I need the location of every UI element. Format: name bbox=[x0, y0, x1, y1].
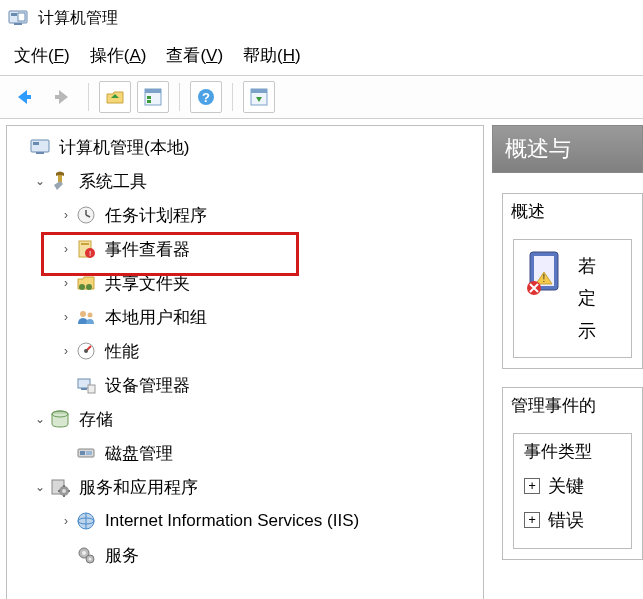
overview-group: 概述 ! 若 定 示 bbox=[502, 193, 643, 369]
services-apps-icon bbox=[49, 476, 71, 498]
tree-shared-folders[interactable]: › 共享文件夹 bbox=[7, 266, 483, 300]
svg-rect-15 bbox=[33, 142, 39, 145]
toolbar-separator bbox=[232, 83, 233, 111]
toolbar-separator bbox=[179, 83, 180, 111]
tools-icon bbox=[49, 170, 71, 192]
client-area: ▶ 计算机管理(本地) ⌄ 系统工具 › 任务计划程序 bbox=[0, 119, 643, 599]
tree-label: 事件查看器 bbox=[105, 238, 190, 261]
tree-label: 服务和应用程序 bbox=[79, 476, 198, 499]
svg-point-41 bbox=[62, 489, 66, 493]
tree-performance[interactable]: › 性能 bbox=[7, 334, 483, 368]
clock-icon bbox=[75, 204, 97, 226]
svg-rect-45 bbox=[68, 490, 70, 492]
twisty-icon[interactable]: › bbox=[57, 276, 75, 290]
svg-rect-44 bbox=[58, 490, 60, 492]
twisty-icon[interactable]: ⌄ bbox=[31, 174, 49, 188]
svg-rect-43 bbox=[63, 495, 65, 497]
twisty-icon[interactable]: ⌄ bbox=[31, 412, 49, 426]
tree-services[interactable]: › 服务 bbox=[7, 538, 483, 572]
twisty-icon[interactable]: ⌄ bbox=[31, 480, 49, 494]
disk-mgmt-icon bbox=[75, 442, 97, 464]
manage-events-group: 管理事件的 事件类型 + 关键 + 错误 bbox=[502, 387, 643, 559]
tree-system-tools[interactable]: ⌄ 系统工具 bbox=[7, 164, 483, 198]
twisty-icon[interactable]: › bbox=[57, 514, 75, 528]
tree-label: 任务计划程序 bbox=[105, 204, 207, 227]
tree-label: 存储 bbox=[79, 408, 113, 431]
properties-button[interactable] bbox=[137, 81, 169, 113]
menu-file[interactable]: 文件(F) bbox=[14, 44, 70, 67]
tree-iis[interactable]: › Internet Information Services (IIS) bbox=[7, 504, 483, 538]
services-icon bbox=[75, 544, 97, 566]
svg-rect-42 bbox=[63, 485, 65, 487]
tree-device-manager[interactable]: › 设备管理器 bbox=[7, 368, 483, 402]
menu-bar: 文件(F) 操作(A) 查看(V) 帮助(H) bbox=[0, 36, 643, 75]
menu-action[interactable]: 操作(A) bbox=[90, 44, 147, 67]
menu-help[interactable]: 帮助(H) bbox=[243, 44, 301, 67]
storage-icon bbox=[49, 408, 71, 430]
tree-task-scheduler[interactable]: › 任务计划程序 bbox=[7, 198, 483, 232]
device-manager-icon bbox=[75, 374, 97, 396]
show-hide-button[interactable] bbox=[243, 81, 275, 113]
event-type-critical[interactable]: + 关键 bbox=[524, 469, 621, 503]
tree-label: 设备管理器 bbox=[105, 374, 190, 397]
tree-label: 性能 bbox=[105, 340, 139, 363]
svg-rect-1 bbox=[11, 13, 17, 16]
performance-icon bbox=[75, 340, 97, 362]
svg-point-28 bbox=[88, 313, 93, 318]
shared-folders-icon bbox=[75, 272, 97, 294]
twisty-icon[interactable]: › bbox=[57, 208, 75, 222]
svg-rect-2 bbox=[18, 13, 25, 21]
toolbar-separator bbox=[88, 83, 89, 111]
tree-label: 共享文件夹 bbox=[105, 272, 190, 295]
twisty-icon[interactable]: › bbox=[57, 344, 75, 358]
help-button[interactable]: ? bbox=[190, 81, 222, 113]
svg-rect-22 bbox=[81, 243, 89, 245]
toolbar: ? bbox=[0, 75, 643, 119]
svg-rect-9 bbox=[147, 100, 151, 103]
tree-label: 本地用户和组 bbox=[105, 306, 207, 329]
tree-pane: ▶ 计算机管理(本地) ⌄ 系统工具 › 任务计划程序 bbox=[6, 125, 484, 599]
event-types-title: 事件类型 bbox=[524, 440, 621, 463]
tree-event-viewer[interactable]: › ! 事件查看器 bbox=[7, 232, 483, 266]
app-icon bbox=[8, 8, 28, 28]
svg-rect-37 bbox=[80, 451, 85, 455]
svg-text:!: ! bbox=[89, 249, 91, 258]
tree-label: 磁盘管理 bbox=[105, 442, 173, 465]
tree-label: Internet Information Services (IIS) bbox=[105, 511, 359, 531]
tree-disk-management[interactable]: › 磁盘管理 bbox=[7, 436, 483, 470]
event-viewer-icon: ! bbox=[75, 238, 97, 260]
event-type-label: 错误 bbox=[548, 503, 584, 537]
twisty-icon[interactable]: › bbox=[57, 242, 75, 256]
svg-point-27 bbox=[80, 311, 86, 317]
svg-rect-8 bbox=[147, 96, 151, 99]
svg-point-50 bbox=[82, 551, 86, 555]
iis-icon bbox=[75, 510, 97, 532]
svg-rect-3 bbox=[14, 23, 22, 25]
tree-label: 系统工具 bbox=[79, 170, 147, 193]
expand-icon[interactable]: + bbox=[524, 478, 540, 494]
tree-local-users[interactable]: › 本地用户和组 bbox=[7, 300, 483, 334]
details-pane: 概述与 概述 ! 若 定 示 管理事件的 事件类型 bbox=[492, 125, 643, 599]
users-icon bbox=[75, 306, 97, 328]
svg-rect-32 bbox=[81, 388, 87, 390]
svg-rect-13 bbox=[251, 89, 267, 93]
expand-icon[interactable]: + bbox=[524, 512, 540, 528]
event-type-label: 关键 bbox=[548, 469, 584, 503]
event-type-error[interactable]: + 错误 bbox=[524, 503, 621, 537]
back-button[interactable] bbox=[8, 81, 40, 113]
computer-mgmt-icon bbox=[29, 136, 51, 158]
tree-root[interactable]: ▶ 计算机管理(本地) bbox=[7, 130, 483, 164]
forward-button[interactable] bbox=[46, 81, 78, 113]
twisty-icon[interactable]: › bbox=[57, 310, 75, 324]
tree-storage[interactable]: ⌄ 存储 bbox=[7, 402, 483, 436]
svg-text:?: ? bbox=[202, 90, 210, 105]
tree-services-apps[interactable]: ⌄ 服务和应用程序 bbox=[7, 470, 483, 504]
svg-rect-4 bbox=[25, 95, 31, 99]
svg-rect-38 bbox=[86, 451, 92, 455]
overview-text: 若 定 示 bbox=[578, 250, 596, 347]
up-button[interactable] bbox=[99, 81, 131, 113]
details-header: 概述与 bbox=[492, 125, 643, 173]
tree-label: 计算机管理(本地) bbox=[59, 136, 189, 159]
svg-point-52 bbox=[89, 558, 92, 561]
menu-view[interactable]: 查看(V) bbox=[166, 44, 223, 67]
